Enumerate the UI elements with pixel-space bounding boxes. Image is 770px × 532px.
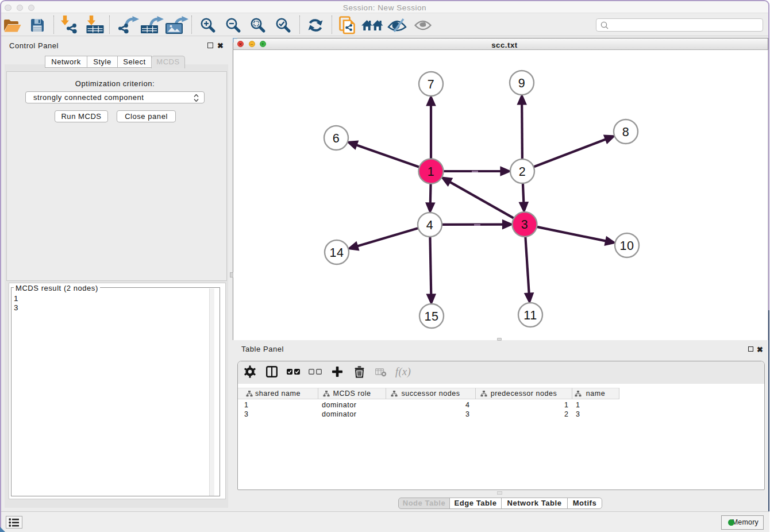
svg-text:8: 8 [622, 125, 630, 139]
svg-text:3: 3 [521, 218, 529, 232]
svg-text:11: 11 [523, 309, 537, 322]
svg-text:9: 9 [518, 76, 526, 90]
svg-text:7: 7 [428, 78, 435, 91]
svg-text:2: 2 [519, 165, 526, 179]
svg-text:14: 14 [329, 246, 344, 260]
svg-text:1: 1 [428, 165, 435, 179]
svg-text:15: 15 [424, 310, 438, 323]
svg-text:10: 10 [619, 239, 634, 253]
svg-text:4: 4 [426, 218, 434, 232]
svg-text:6: 6 [333, 132, 340, 145]
